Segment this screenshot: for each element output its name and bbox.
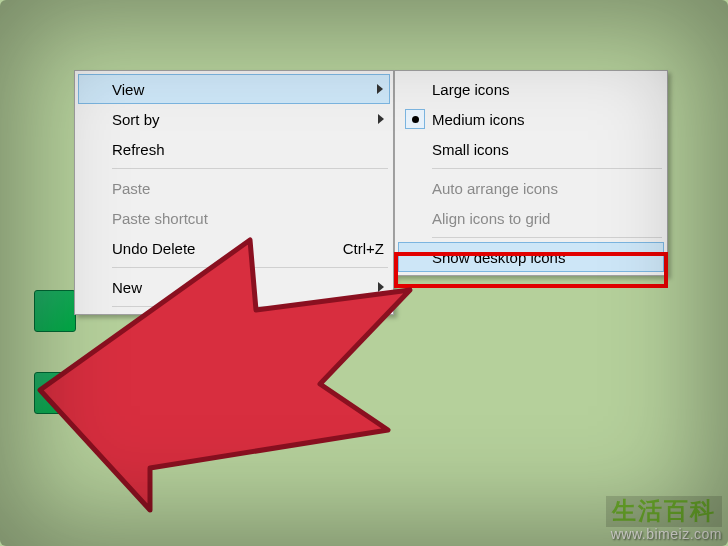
menu-item-label: Small icons <box>432 141 658 158</box>
desktop-icon[interactable] <box>34 290 76 332</box>
radio-selected-icon <box>405 109 425 129</box>
menu-item-refresh[interactable]: Refresh <box>78 134 390 164</box>
menu-item-label: Large icons <box>432 81 658 98</box>
chevron-right-icon <box>378 282 384 292</box>
menu-item-label: Show desktop icons <box>432 249 657 266</box>
watermark: 生活百科 www.bimeiz.com <box>606 496 722 542</box>
menu-item-label: Sort by <box>112 111 378 128</box>
menu-item-paste: Paste <box>78 173 390 203</box>
menu-item-label: Medium icons <box>432 111 658 128</box>
menu-item-label: Paste <box>112 180 384 197</box>
menu-item-label: Align icons to grid <box>432 210 658 227</box>
watermark-url: www.bimeiz.com <box>606 527 722 542</box>
menu-item-align-grid[interactable]: Align icons to grid <box>398 203 664 233</box>
menu-item-shortcut: Ctrl+Z <box>323 240 384 257</box>
menu-item-label: Auto arrange icons <box>432 180 658 197</box>
menu-item-paste-shortcut: Paste shortcut <box>78 203 390 233</box>
menu-separator <box>112 306 388 307</box>
chevron-right-icon <box>378 114 384 124</box>
menu-item-label: Refresh <box>112 141 384 158</box>
menu-item-label: New <box>112 279 378 296</box>
desktop-context-menu: View Sort by Refresh Paste Paste shortcu… <box>74 70 394 315</box>
menu-item-large-icons[interactable]: Large icons <box>398 74 664 104</box>
menu-item-new[interactable]: New <box>78 272 390 302</box>
menu-item-label: Undo Delete <box>112 240 323 257</box>
menu-item-medium-icons[interactable]: Medium icons <box>398 104 664 134</box>
menu-separator <box>112 267 388 268</box>
desktop-icon[interactable] <box>34 372 76 414</box>
watermark-text: 生活百科 <box>606 496 722 526</box>
menu-separator <box>432 237 662 238</box>
view-submenu: Large icons Medium icons Small icons Aut… <box>394 70 668 276</box>
menu-item-label: Paste shortcut <box>112 210 384 227</box>
menu-separator <box>112 168 388 169</box>
menu-item-auto-arrange[interactable]: Auto arrange icons <box>398 173 664 203</box>
menu-item-show-desktop-icons[interactable]: Show desktop icons <box>398 242 664 272</box>
menu-item-undo-delete[interactable]: Undo Delete Ctrl+Z <box>78 233 390 263</box>
menu-separator <box>432 168 662 169</box>
menu-item-view[interactable]: View <box>78 74 390 104</box>
menu-item-sort-by[interactable]: Sort by <box>78 104 390 134</box>
chevron-right-icon <box>377 84 383 94</box>
menu-item-small-icons[interactable]: Small icons <box>398 134 664 164</box>
menu-item-label: View <box>112 81 377 98</box>
